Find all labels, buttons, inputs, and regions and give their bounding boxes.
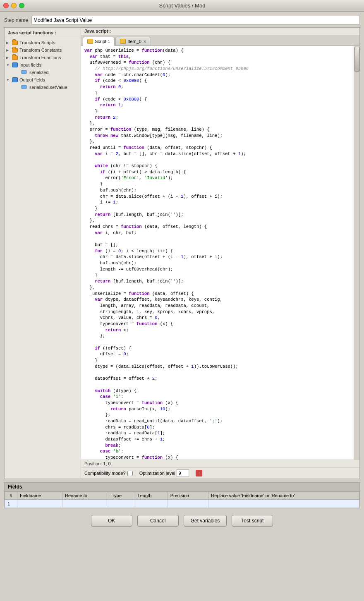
get-variables-button[interactable]: Get variables xyxy=(184,515,227,527)
cancel-button[interactable]: Cancel xyxy=(137,515,179,527)
optimization-label: Optimization level xyxy=(139,469,189,477)
window-title: Script Values / Mod xyxy=(24,2,340,9)
vertical-scrollbar[interactable] xyxy=(354,46,359,460)
svg-rect-1 xyxy=(22,85,26,89)
svg-rect-0 xyxy=(22,70,26,74)
col-length: Length xyxy=(135,492,168,500)
left-panel: Java script functions : Transform Script… xyxy=(5,28,81,479)
fields-header: Fields xyxy=(5,483,359,491)
tab-script1[interactable]: Script 1 xyxy=(83,37,115,46)
sidebar-item-output-fields[interactable]: Output fields xyxy=(5,76,81,84)
sidebar-item-label: Transform Scripts xyxy=(19,40,55,45)
optimization-input[interactable] xyxy=(177,469,189,477)
col-precision: Precision xyxy=(168,492,208,500)
sidebar-item-transform-functions[interactable]: Transform Functions xyxy=(5,54,81,61)
scrollbar-thumb[interactable] xyxy=(354,47,359,72)
left-panel-header: Java script functions : xyxy=(5,29,81,37)
optimization-text: Optimization level xyxy=(139,471,175,476)
step-name-row: Step name xyxy=(4,16,360,25)
sidebar-item-label: Output fields xyxy=(19,77,45,82)
sidebar-item-label: serialized.setValue xyxy=(29,85,67,90)
arrow-icon xyxy=(6,55,11,60)
fields-table: # Fieldname Rename to Type Length Precis… xyxy=(5,491,359,508)
position-label: Position: xyxy=(84,461,102,466)
table-header-row: # Fieldname Rename to Type Length Precis… xyxy=(5,492,359,500)
folder-icon xyxy=(11,40,19,45)
cell-rename-to[interactable] xyxy=(62,500,109,508)
tab-item-icon xyxy=(120,39,126,44)
tab-label: Item_0 xyxy=(127,39,141,44)
content-area: Java script functions : Transform Script… xyxy=(4,27,360,479)
sidebar-item-label: Transform Constants xyxy=(19,48,62,53)
close-button[interactable] xyxy=(3,3,9,8)
table-row: 1 xyxy=(5,500,359,508)
col-type: Type xyxy=(109,492,135,500)
arrow-icon xyxy=(6,48,11,52)
tab-script-icon xyxy=(87,39,93,44)
tab-item0[interactable]: Item_0 ✕ xyxy=(115,37,151,45)
footer-buttons: OK Cancel Get variables Test script xyxy=(4,511,360,531)
sidebar-item-serialized-setvalue[interactable]: serialized.setValue xyxy=(5,84,81,91)
compatibility-text: Compatibility mode? xyxy=(84,471,126,476)
tab-label: Script 1 xyxy=(95,39,110,44)
arrow-icon xyxy=(6,41,11,45)
leaf-icon xyxy=(21,84,29,90)
step-name-input[interactable] xyxy=(31,16,360,25)
code-editor[interactable]: var php_unserialize = function(data) { v… xyxy=(81,46,359,460)
col-fieldname: Fieldname xyxy=(17,492,62,500)
window-controls[interactable] xyxy=(3,3,24,8)
position-bar: Position: 1, 0 xyxy=(81,460,359,467)
compatibility-label: Compatibility mode? xyxy=(84,471,133,476)
cell-replace[interactable] xyxy=(208,500,359,508)
step-name-label: Step name xyxy=(4,17,28,23)
minimize-button[interactable] xyxy=(11,3,17,8)
ok-button[interactable]: OK xyxy=(91,515,132,527)
sidebar-item-transform-constants[interactable]: Transform Constants xyxy=(5,46,81,54)
maximize-button[interactable] xyxy=(19,3,24,8)
editor-wrapper: var php_unserialize = function(data) { v… xyxy=(81,46,359,460)
right-panel: Java script : Script 1 Item_0 ✕ var php_… xyxy=(81,28,359,479)
sidebar-item-label: Input fields xyxy=(19,62,41,67)
titlebar: Script Values / Mod xyxy=(0,0,364,12)
input-fields-icon xyxy=(11,62,19,68)
sidebar-item-transform-scripts[interactable]: Transform Scripts xyxy=(5,39,81,46)
cell-num: 1 xyxy=(5,500,17,508)
position-value: 1, 0 xyxy=(103,461,110,466)
sidebar-item-input-fields[interactable]: Input fields xyxy=(5,61,81,69)
cell-type[interactable] xyxy=(109,500,135,508)
cell-length[interactable] xyxy=(135,500,168,508)
col-replace: Replace value 'Fieldname' or 'Rename to' xyxy=(208,492,359,500)
warning-icon: ! xyxy=(196,470,202,476)
output-fields-icon xyxy=(11,77,19,83)
tab-close-icon[interactable]: ✕ xyxy=(143,39,146,44)
options-row: Compatibility mode? Optimization level ! xyxy=(81,467,359,479)
cell-precision[interactable] xyxy=(168,500,208,508)
sidebar-item-label: serialized xyxy=(29,70,48,75)
col-rename-to: Rename to xyxy=(62,492,109,500)
tabs-bar: Script 1 Item_0 ✕ xyxy=(81,36,359,46)
sidebar-item-label: Transform Functions xyxy=(19,55,61,60)
folder-icon xyxy=(11,55,19,60)
test-script-button[interactable]: Test script xyxy=(232,515,273,527)
arrow-icon xyxy=(6,63,11,67)
col-num: # xyxy=(5,492,17,500)
fields-section: Fields # Fieldname Rename to Type Length… xyxy=(4,482,360,508)
folder-icon xyxy=(11,47,19,53)
main-container: Step name Java script functions : Transf… xyxy=(0,12,364,535)
leaf-icon xyxy=(21,69,29,75)
compatibility-checkbox[interactable] xyxy=(127,471,133,476)
sidebar-item-serialized[interactable]: serialized xyxy=(5,69,81,76)
right-panel-header: Java script : xyxy=(81,28,359,36)
arrow-icon xyxy=(6,78,11,82)
cell-fieldname[interactable] xyxy=(17,500,62,508)
